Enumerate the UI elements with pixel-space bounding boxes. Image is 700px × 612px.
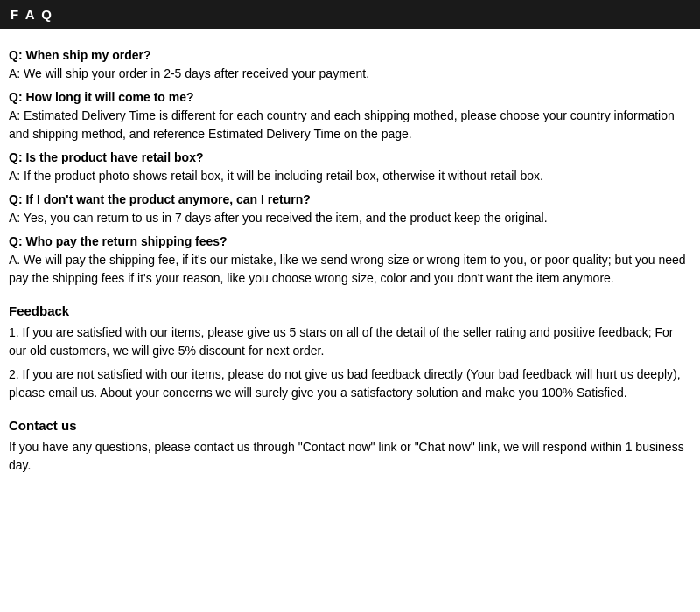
faq-answer-3: A: Yes, you can return to us in 7 days a…	[9, 209, 691, 227]
faq-question-4: Q: Who pay the return shipping fees?	[9, 234, 691, 248]
faq-answer-1: A: Estimated Delivery Time is different …	[9, 107, 691, 143]
feedback-item-0: 1. If you are satisfied with our items, …	[9, 323, 691, 360]
faq-question-3: Q: If I don't want the product anymore, …	[9, 192, 691, 206]
feedback-section: Feedback 1. If you are satisfied with ou…	[9, 303, 691, 402]
feedback-item-1: 2. If you are not satisfied with our ite…	[9, 365, 691, 402]
faq-question-2: Q: Is the product have retail box?	[9, 150, 691, 164]
faq-question-1: Q: How long it will come to me?	[9, 90, 691, 104]
contact-section: Contact us If you have any questions, pl…	[9, 418, 691, 475]
faq-question-0: Q: When ship my order?	[9, 48, 691, 62]
feedback-title: Feedback	[9, 303, 691, 318]
faq-answer-0: A: We will ship your order in 2-5 days a…	[9, 65, 691, 83]
feedback-items: 1. If you are satisfied with our items, …	[9, 323, 691, 402]
faq-answer-2: A: If the product photo shows retail box…	[9, 167, 691, 185]
contact-text: If you have any questions, please contac…	[9, 438, 691, 475]
contact-title: Contact us	[9, 418, 691, 433]
faq-list: Q: When ship my order?A: We will ship yo…	[9, 48, 691, 288]
main-content: Q: When ship my order?A: We will ship yo…	[0, 38, 700, 483]
faq-header: F A Q	[0, 0, 700, 29]
faq-answer-4: A. We will pay the shipping fee, if it's…	[9, 251, 691, 288]
